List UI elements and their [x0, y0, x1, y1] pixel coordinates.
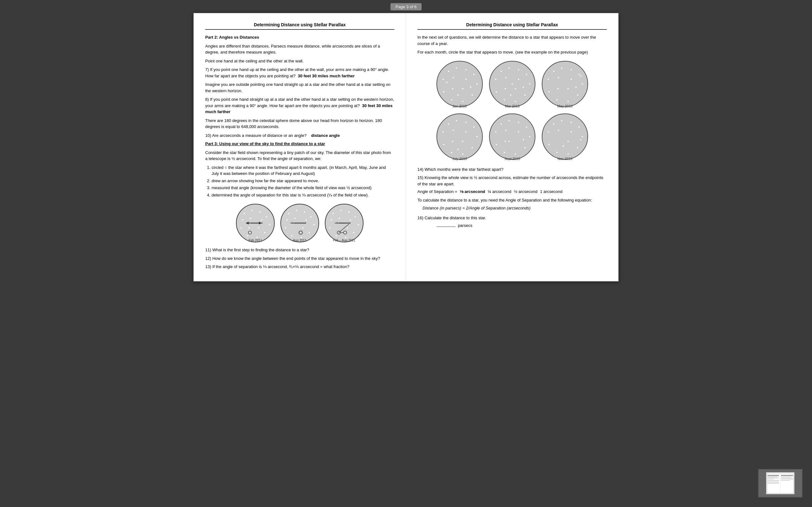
svg-point-126	[462, 153, 463, 155]
svg-point-14	[248, 227, 250, 228]
svg-point-158	[582, 136, 583, 137]
svg-point-102	[553, 71, 554, 72]
svg-point-29	[285, 227, 286, 228]
left-page-title: Determining Distance using Stellar Paral…	[205, 22, 394, 30]
svg-point-85	[518, 69, 519, 70]
svg-point-160	[567, 153, 569, 155]
svg-point-96	[505, 88, 506, 89]
svg-point-87	[529, 83, 530, 84]
svg-point-73	[443, 78, 444, 80]
svg-point-142	[524, 147, 525, 148]
svg-point-22	[296, 210, 297, 211]
svg-point-137	[501, 123, 502, 124]
nov-circle-container: Nov 2010	[540, 111, 590, 162]
svg-rect-176	[768, 479, 774, 479]
svg-point-123	[473, 126, 474, 128]
sept-circle-container: Sept 2010	[487, 111, 538, 162]
calc-intro: To calculate the distance to a star, you…	[417, 197, 607, 204]
q13: 13) If the angle of separation is ¹⁄₈ ar…	[205, 264, 394, 270]
svg-text:May 2010: May 2010	[557, 104, 572, 108]
svg-point-166	[567, 141, 569, 142]
svg-point-13	[258, 227, 259, 228]
mar-circle-container: Mar 2010	[487, 59, 538, 109]
svg-point-30	[287, 219, 288, 221]
svg-point-28	[291, 235, 293, 236]
svg-rect-186	[781, 481, 790, 481]
svg-point-45	[358, 224, 359, 225]
document-container: Determining Distance using Stellar Paral…	[194, 13, 618, 281]
svg-point-161	[556, 152, 558, 153]
febaug-circle: ½ arcsecond Feb – Aug 2011	[323, 203, 365, 244]
svg-rect-181	[781, 475, 793, 475]
svg-point-109	[556, 99, 558, 101]
svg-point-93	[505, 77, 507, 78]
svg-point-151	[523, 139, 524, 140]
svg-point-134	[457, 149, 459, 150]
svg-point-9	[241, 227, 242, 228]
section3-list: circled ○ the star where it was the fart…	[212, 164, 394, 199]
svg-point-164	[558, 130, 559, 131]
svg-point-143	[515, 153, 516, 155]
angle-opt-0: ¹⁄₈ arcsecond	[460, 189, 485, 194]
svg-point-57	[345, 232, 346, 233]
svg-point-42	[340, 210, 342, 211]
svg-point-44	[355, 216, 356, 217]
svg-point-26	[309, 232, 310, 233]
left-page: Determining Distance using Stellar Paral…	[194, 13, 406, 281]
svg-point-49	[329, 227, 331, 228]
jan-circle: Jan 2010	[434, 59, 485, 109]
svg-rect-179	[768, 482, 779, 483]
svg-rect-174	[768, 477, 777, 477]
svg-point-99	[512, 83, 513, 84]
svg-point-130	[453, 130, 454, 131]
svg-point-7	[256, 237, 258, 238]
sep-label: Angle of Separation =	[417, 189, 457, 194]
svg-point-27	[301, 237, 302, 238]
svg-rect-184	[781, 478, 793, 478]
circles-row: ½ arcsecond Feb 2011	[205, 203, 394, 244]
svg-point-5	[269, 224, 270, 225]
svg-point-107	[577, 95, 578, 96]
svg-text:July 2010: July 2010	[452, 157, 467, 161]
svg-point-159	[577, 147, 578, 148]
jan-circle-container: Jan 2010	[434, 59, 485, 109]
svg-point-124	[476, 136, 478, 137]
aug-circle-container: ½ arcsecond Aug 2011	[279, 203, 320, 244]
section3-heading: Part 3: Using our view of the sky to fin…	[205, 141, 325, 146]
svg-point-78	[457, 95, 459, 96]
svg-point-104	[571, 69, 572, 70]
parsecs-blank[interactable]	[437, 227, 455, 227]
svg-point-51	[339, 218, 340, 219]
svg-point-165	[571, 131, 572, 132]
svg-point-65	[456, 67, 457, 69]
svg-point-156	[571, 122, 572, 123]
svg-point-138	[508, 120, 510, 121]
svg-point-168	[563, 146, 564, 147]
svg-point-103	[561, 67, 562, 69]
svg-point-114	[567, 88, 569, 89]
svg-point-146	[495, 131, 496, 132]
svg-point-83	[501, 71, 502, 72]
degrees-text: There are 180 degrees in the celestial s…	[205, 118, 394, 130]
feb-circle-container: ½ arcsecond Feb 2011	[235, 203, 276, 244]
q15-intro: 15) Knowing the whole view is ½ arcsecon…	[417, 175, 607, 187]
svg-point-3	[259, 211, 261, 213]
svg-point-140	[526, 126, 527, 128]
svg-point-41	[333, 213, 334, 214]
page-indicator: Page 3 of 6	[391, 3, 422, 10]
svg-point-84	[508, 67, 510, 69]
svg-point-105	[578, 74, 580, 75]
right-page: Determining Distance using Stellar Paral…	[406, 13, 618, 281]
svg-point-127	[451, 152, 452, 153]
svg-point-153	[542, 114, 588, 159]
svg-point-1	[244, 213, 245, 214]
for-each-month: For each month, circle the star that app…	[417, 49, 607, 55]
svg-text:Feb 2011: Feb 2011	[249, 239, 262, 242]
svg-point-79	[470, 87, 471, 88]
svg-point-32	[305, 219, 307, 221]
svg-point-128	[443, 144, 444, 145]
svg-text:Aug 2011: Aug 2011	[293, 239, 307, 242]
svg-point-43	[348, 211, 350, 213]
q11: 11) What is the first step to finding th…	[205, 247, 394, 253]
svg-point-95	[515, 88, 516, 89]
